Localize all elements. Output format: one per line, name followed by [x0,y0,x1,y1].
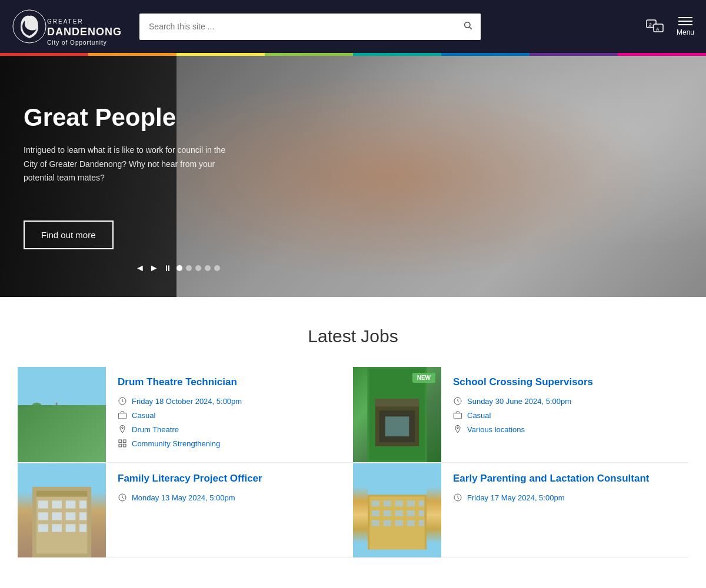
menu-icon [678,17,692,25]
svg-rect-19 [123,440,126,443]
carousel-controls: ◄ ► ⏸ [135,263,220,273]
svg-text:あ: あ [648,22,653,28]
svg-rect-65 [419,520,424,526]
location-icon-2 [453,425,462,434]
hero-photo [176,56,706,297]
search-input[interactable] [139,15,455,38]
svg-line-2 [469,27,472,29]
job-title-3[interactable]: Family Literacy Project Officer [118,473,344,485]
carousel-prev[interactable]: ◄ [135,263,145,273]
carousel-dot-5[interactable] [214,265,220,271]
dept-icon-1 [118,439,127,448]
job-image-3 [18,463,106,557]
carousel-dots [176,265,220,271]
job-date-text-4: Friday 17 May 2024, 5:00pm [467,493,564,502]
job-card-1[interactable]: Drum Theatre Technician Friday 18 Octobe… [18,367,353,463]
job-card-4[interactable]: Early Parenting and Lactation Consultant… [353,463,688,558]
svg-rect-55 [419,500,424,506]
svg-rect-57 [384,510,391,516]
svg-point-30 [457,427,459,429]
job-card-3[interactable]: Family Literacy Project Officer Monday 1… [18,463,353,558]
svg-rect-18 [119,444,122,447]
job-photo-4 [353,463,441,557]
logo-text-block: GREATER DANDENONG City of Opportunity [47,6,122,46]
job-date-text-2: Sunday 30 June 2024, 5:00pm [467,397,571,406]
header-right: あ A Menu [646,17,694,36]
job-date-4: Friday 17 May 2024, 5:00pm [453,493,679,502]
menu-label: Menu [677,28,694,36]
job-date-3: Monday 13 May 2024, 5:00pm [118,493,344,502]
svg-rect-45 [66,524,76,532]
svg-rect-35 [38,500,48,508]
logo-dandenong: DANDENONG [47,25,122,39]
carousel-dot-4[interactable] [205,265,211,271]
search-icon [463,21,472,30]
svg-point-16 [122,427,124,429]
job-date-1: Friday 18 October 2024, 5:00pm [118,396,344,406]
svg-rect-37 [66,500,76,508]
job-type-2: Casual [453,410,679,420]
svg-rect-52 [384,500,391,506]
clock-icon-1 [118,396,127,406]
search-bar [139,14,481,40]
svg-rect-51 [372,500,379,506]
translate-icon: あ A [646,18,665,35]
svg-rect-54 [407,500,415,506]
hero-description: Intrigued to learn what it is like to wo… [24,143,229,185]
job-location-text-2: Various locations [467,425,525,434]
svg-rect-60 [419,510,424,516]
job-new-badge-2: NEW [412,373,435,383]
carousel-dot-1[interactable] [176,265,182,271]
job-img-svg-4 [353,463,441,557]
job-title-2[interactable]: School Crossing Supervisors [453,376,679,388]
job-dept-text-1: Community Strengthening [132,439,220,448]
svg-rect-36 [52,500,62,508]
job-info-4: Early Parenting and Lactation Consultant… [441,463,688,557]
svg-point-1 [465,22,470,27]
hero-section: Great People Intrigued to learn what it … [0,56,706,297]
job-type-1: Casual [118,410,344,420]
job-photo-2: LIBRARY NEW [353,367,441,462]
svg-rect-27 [385,416,409,436]
menu-button[interactable]: Menu [677,17,694,36]
job-dept-1: Community Strengthening [118,439,344,448]
svg-rect-40 [52,512,62,520]
svg-rect-44 [52,524,62,532]
job-card-2[interactable]: LIBRARY NEW School Crossing Supervisors … [353,367,688,463]
job-info-1: Drum Theatre Technician Friday 18 Octobe… [106,367,353,462]
job-title-1[interactable]: Drum Theatre Technician [118,376,344,388]
logo-area[interactable]: GREATER DANDENONG City of Opportunity [12,6,122,46]
location-icon-1 [118,425,127,434]
job-info-3: Family Literacy Project Officer Monday 1… [106,463,353,557]
svg-rect-41 [66,512,76,520]
svg-text:A: A [656,26,660,32]
site-header: GREATER DANDENONG City of Opportunity あ … [0,0,706,53]
job-location-1: Drum Theatre [118,425,344,434]
search-button[interactable] [455,14,481,40]
jobs-grid: Drum Theatre Technician Friday 18 Octobe… [18,367,688,558]
svg-rect-20 [123,444,126,447]
svg-rect-53 [395,500,403,506]
svg-rect-56 [372,510,379,516]
job-title-4[interactable]: Early Parenting and Lactation Consultant [453,473,679,485]
svg-rect-39 [38,512,48,520]
job-location-text-1: Drum Theatre [132,425,179,434]
svg-rect-46 [79,524,86,532]
hero-content: Great People Intrigued to learn what it … [0,80,253,273]
carousel-dot-2[interactable] [186,265,192,271]
svg-rect-7 [32,367,91,462]
svg-rect-43 [38,524,48,532]
logo-greater: GREATER [47,18,122,25]
clock-icon-4 [453,493,462,502]
carousel-pause[interactable]: ⏸ [164,263,172,273]
hero-cta-button[interactable]: Find out more [24,220,114,249]
carousel-next[interactable]: ► [149,263,159,273]
job-image-1 [18,367,106,462]
job-photo-1 [18,367,106,462]
svg-rect-38 [79,500,86,508]
svg-rect-9 [32,426,91,438]
carousel-dot-3[interactable] [195,265,201,271]
clock-icon-3 [118,493,127,502]
hero-image [176,56,706,297]
translate-button[interactable]: あ A [646,18,665,35]
